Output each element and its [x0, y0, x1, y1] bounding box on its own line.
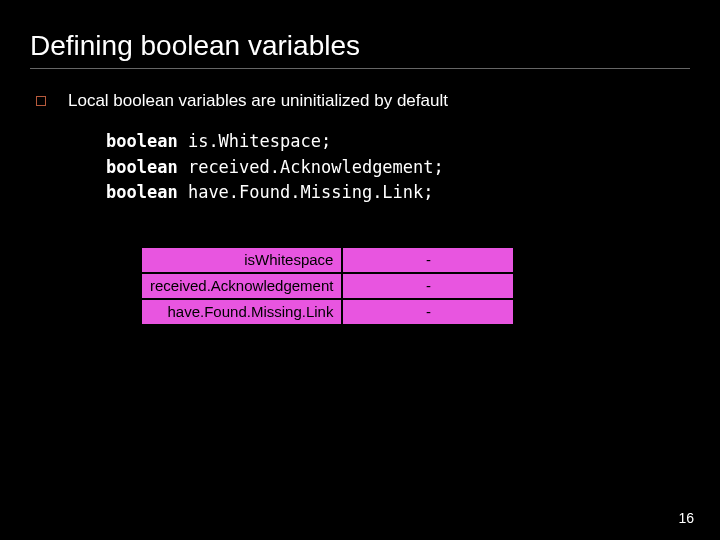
- var-value: -: [343, 274, 513, 298]
- bullet-icon: [36, 96, 46, 106]
- slide-title: Defining boolean variables: [30, 30, 690, 69]
- variable-table: isWhitespace - received.Acknowledgement …: [140, 246, 690, 326]
- table-row: isWhitespace -: [142, 248, 513, 272]
- var-value: -: [343, 248, 513, 272]
- page-number: 16: [678, 510, 694, 526]
- var-name: received.Acknowledgement: [142, 274, 341, 298]
- var-value: -: [343, 300, 513, 324]
- code-ident: is.Whitespace;: [188, 131, 331, 151]
- bullet-text: Local boolean variables are uninitialize…: [68, 91, 448, 111]
- code-line: boolean have.Found.Missing.Link;: [106, 180, 690, 206]
- code-ident: have.Found.Missing.Link;: [188, 182, 434, 202]
- code-line: boolean received.Acknowledgement;: [106, 155, 690, 181]
- var-name: have.Found.Missing.Link: [142, 300, 341, 324]
- table-row: received.Acknowledgement -: [142, 274, 513, 298]
- var-name: isWhitespace: [142, 248, 341, 272]
- code-ident: received.Acknowledgement;: [188, 157, 444, 177]
- bullet-row: Local boolean variables are uninitialize…: [30, 91, 690, 111]
- code-keyword: boolean: [106, 182, 178, 202]
- table-row: have.Found.Missing.Link -: [142, 300, 513, 324]
- code-line: boolean is.Whitespace;: [106, 129, 690, 155]
- code-keyword: boolean: [106, 157, 178, 177]
- code-block: boolean is.Whitespace; boolean received.…: [106, 129, 690, 206]
- code-keyword: boolean: [106, 131, 178, 151]
